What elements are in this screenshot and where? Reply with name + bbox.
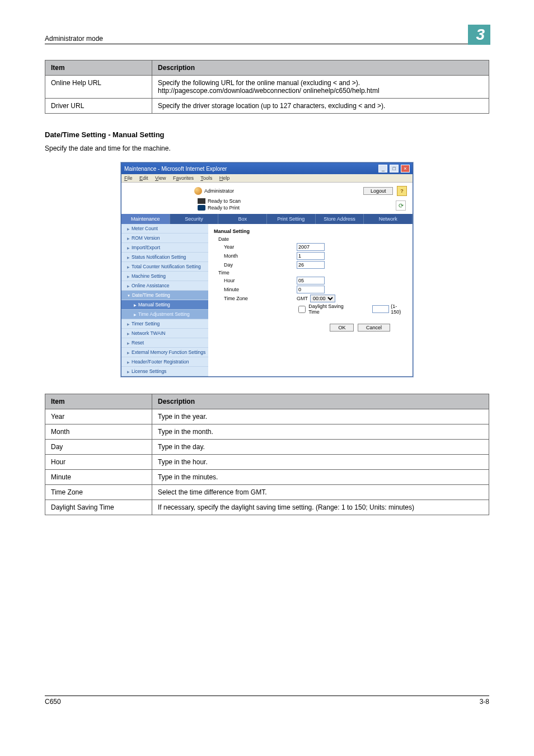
menu-edit[interactable]: Edit (139, 175, 148, 181)
tab-print-setting[interactable]: Print Setting (267, 214, 316, 224)
chapter-badge: 3 (468, 25, 489, 45)
logout-button[interactable]: Logout (363, 187, 394, 195)
header-section-title: Administrator mode (45, 35, 103, 43)
table-row: MonthType in the month. (45, 424, 489, 440)
sidebar-item-machine-setting[interactable]: Machine Setting (121, 272, 208, 281)
gmt-prefix: GMT (297, 296, 308, 301)
year-input[interactable] (297, 243, 325, 251)
timezone-label: Time Zone (214, 296, 297, 301)
page-header: Administrator mode 3 (45, 22, 489, 44)
form-title: Manual Setting (214, 228, 407, 234)
sidebar-item-external-memory[interactable]: External Memory Function Settings (121, 348, 208, 357)
form-pane: Manual Setting Date Year Month Day Time … (208, 224, 413, 376)
menu-favorites[interactable]: Favorites (173, 175, 194, 181)
table-row: MinuteType in the minutes. (45, 470, 489, 485)
tab-store-address[interactable]: Store Address (316, 214, 364, 224)
printer-icon (198, 205, 205, 211)
sidebar-item-rom-version[interactable]: ROM Version (121, 234, 208, 243)
admin-icon (194, 187, 202, 195)
window-title: Maintenance - Microsoft Internet Explore… (124, 166, 227, 172)
footer-model: C650 (45, 698, 61, 706)
sidebar-sub-manual-setting[interactable]: Manual Setting (121, 300, 208, 310)
menu-view[interactable]: View (155, 175, 166, 181)
section-intro: Specify the date and time for the machin… (45, 144, 489, 152)
help-icon[interactable]: ? (397, 186, 407, 196)
sidebar-item-meter-count[interactable]: Meter Count (121, 224, 208, 234)
tab-box[interactable]: Box (218, 214, 267, 224)
th-desc: Description (152, 60, 489, 76)
dst-checkbox[interactable] (298, 306, 306, 313)
table-row: Daylight Saving TimeIf necessary, specif… (45, 500, 489, 515)
th-item: Item (45, 60, 152, 76)
table-row: Driver URL Specify the driver storage lo… (45, 99, 489, 114)
url-table: Item Description Online Help URL Specify… (45, 60, 489, 114)
menu-tools[interactable]: Tools (200, 175, 212, 181)
minimize-icon[interactable]: _ (378, 165, 387, 172)
minute-input[interactable] (297, 286, 325, 293)
ok-button[interactable]: OK (330, 324, 354, 332)
table-row: Online Help URL Specify the following UR… (45, 76, 489, 99)
menu-file[interactable]: File (124, 175, 133, 181)
table-row: DayType in the day. (45, 440, 489, 455)
sidebar-item-timer-setting[interactable]: Timer Setting (121, 319, 208, 329)
sidebar: Meter Count ROM Version Import/Export St… (121, 224, 208, 376)
status-area: Ready to Scan Ready to Print ⟳ (198, 198, 413, 214)
month-input[interactable] (297, 252, 325, 260)
table-row: Time ZoneSelect the time difference from… (45, 485, 489, 500)
fields-table: Item Description YearType in the year. M… (45, 394, 489, 515)
sidebar-item-import-export[interactable]: Import/Export (121, 243, 208, 253)
ie-titlebar: Maintenance - Microsoft Internet Explore… (121, 163, 413, 174)
ie-window: Maintenance - Microsoft Internet Explore… (121, 162, 413, 377)
day-label: Day (214, 262, 297, 268)
month-label: Month (214, 253, 297, 259)
tab-network[interactable]: Network (364, 214, 413, 224)
sidebar-item-total-counter-notification[interactable]: Total Counter Notification Setting (121, 262, 208, 272)
section-heading: Date/Time Setting - Manual Setting (45, 130, 489, 139)
menu-help[interactable]: Help (219, 175, 230, 181)
timezone-select[interactable]: 00:00 (310, 295, 335, 302)
th-item: Item (45, 394, 152, 409)
app-topbar: Administrator Logout ? (121, 183, 413, 198)
maximize-icon[interactable]: □ (390, 165, 399, 172)
sidebar-item-datetime-setting[interactable]: Date/Time Setting (121, 291, 208, 300)
hour-input[interactable] (297, 277, 325, 284)
page-footer: C650 3-8 (45, 696, 489, 706)
sidebar-item-license-settings[interactable]: License Settings (121, 367, 208, 376)
tab-security[interactable]: Security (170, 214, 219, 224)
th-desc: Description (152, 394, 489, 409)
sidebar-item-header-footer[interactable]: Header/Footer Registration (121, 357, 208, 367)
table-row: YearType in the year. (45, 409, 489, 424)
dst-label: Daylight Saving Time (308, 304, 355, 315)
sidebar-item-network-twain[interactable]: Network TWAIN (121, 329, 208, 338)
dst-value-input[interactable] (372, 305, 389, 313)
sidebar-item-reset[interactable]: Reset (121, 338, 208, 348)
time-group-label: Time (214, 270, 291, 276)
cancel-button[interactable]: Cancel (358, 324, 390, 332)
ie-menubar: File Edit View Favorites Tools Help (121, 174, 413, 183)
footer-page: 3-8 (480, 698, 489, 706)
minute-label: Minute (214, 287, 297, 292)
scanner-icon (198, 198, 205, 204)
sidebar-item-status-notification[interactable]: Status Notification Setting (121, 253, 208, 262)
close-icon[interactable]: × (401, 165, 410, 172)
window-controls: _ □ × (378, 165, 410, 172)
tab-bar: Maintenance Security Box Print Setting S… (121, 214, 413, 224)
refresh-icon[interactable]: ⟳ (396, 200, 406, 211)
tab-maintenance[interactable]: Maintenance (121, 214, 170, 224)
date-group-label: Date (214, 236, 291, 242)
table-row: HourType in the hour. (45, 455, 489, 470)
sidebar-item-online-assistance[interactable]: Online Assistance (121, 281, 208, 291)
sidebar-sub-time-adjustment[interactable]: Time Adjustment Setting (121, 310, 208, 319)
admin-label: Administrator (194, 187, 234, 195)
dst-unit: (1-150) (391, 304, 407, 315)
day-input[interactable] (297, 261, 325, 269)
year-label: Year (214, 244, 297, 250)
hour-label: Hour (214, 278, 297, 283)
